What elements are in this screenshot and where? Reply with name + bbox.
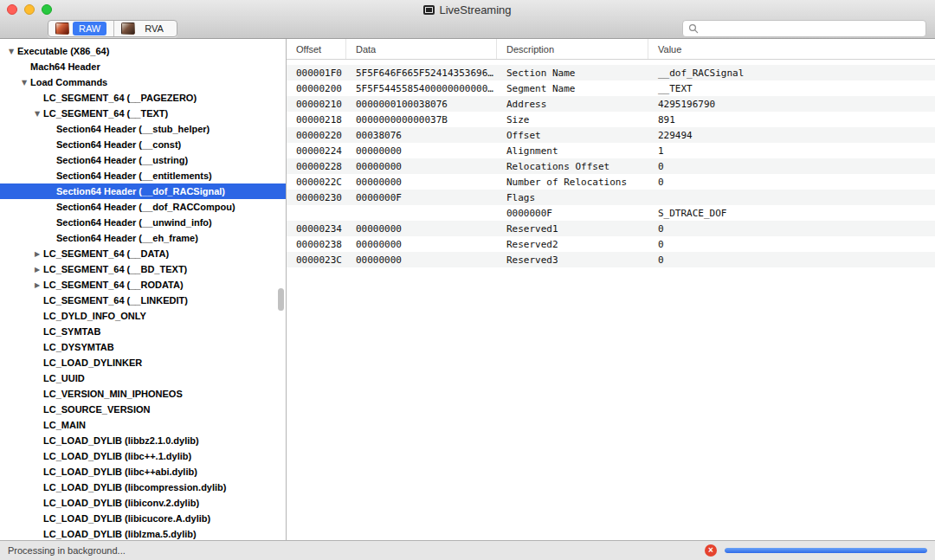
sidebar-item-label: LC_DYSYMTAB xyxy=(43,342,114,352)
search-input[interactable] xyxy=(702,23,920,34)
disclosure-collapsed-icon[interactable]: ▶ xyxy=(31,266,43,274)
progress-fill xyxy=(725,548,927,553)
table-row[interactable]: 0000022800000000Relocations Offset0 xyxy=(287,158,935,174)
sidebar-item[interactable]: LC_DYLD_INFO_ONLY xyxy=(0,308,286,324)
sidebar-item-label: Section64 Header (__const) xyxy=(56,139,181,150)
table-row[interactable]: 0000022000038076Offset229494 xyxy=(287,127,935,143)
cell-description: Section Name xyxy=(497,68,648,79)
cell-data: 000000000000037B xyxy=(346,114,497,126)
cell-value: 1 xyxy=(648,145,935,157)
sidebar-item[interactable]: ▶LC_SEGMENT_64 (__DATA) xyxy=(0,246,286,261)
table-row[interactable]: 000001F05F5F646F665F52414353696…Section … xyxy=(287,65,935,80)
segment-rva[interactable]: RVA xyxy=(113,21,177,36)
sidebar-item[interactable]: Section64 Header (__ustring) xyxy=(0,152,286,168)
sidebar-item[interactable]: Section64 Header (__eh_frame) xyxy=(0,230,286,246)
table-row[interactable]: 00000218000000000000037BSize891 xyxy=(287,112,935,127)
sidebar-item[interactable]: Section64 Header (__entitlements) xyxy=(0,168,286,183)
table-row[interactable]: 000002005F5F5445585400000000000…Segment … xyxy=(287,80,935,96)
sidebar-item[interactable]: Mach64 Header xyxy=(0,59,286,74)
sidebar-item[interactable]: LC_DYSYMTAB xyxy=(0,339,286,355)
cell-data: 00000000 xyxy=(346,161,497,172)
window-title: LiveStreaming xyxy=(439,3,511,16)
cell-offset: 00000234 xyxy=(287,223,346,235)
sidebar-item[interactable]: LC_LOAD_DYLIB (libbz2.1.0.dylib) xyxy=(0,433,286,448)
table-row[interactable]: 0000023C00000000Reserved30 xyxy=(287,252,935,267)
table-body: 000001F05F5F646F665F52414353696…Section … xyxy=(287,60,935,540)
sidebar-item[interactable]: LC_LOAD_DYLIB (libc++abi.dylib) xyxy=(0,464,286,480)
sidebar-scrollbar[interactable] xyxy=(278,288,284,311)
sidebar-item[interactable]: LC_LOAD_DYLIB (libicucore.A.dylib) xyxy=(0,511,286,526)
column-header-description[interactable]: Description xyxy=(497,39,648,59)
sidebar-item[interactable]: LC_SEGMENT_64 (__PAGEZERO) xyxy=(0,90,286,106)
sidebar-item[interactable]: LC_LOAD_DYLIB (liblzma.5.dylib) xyxy=(0,526,286,540)
sidebar-item[interactable]: ▼Executable (X86_64) xyxy=(0,43,286,59)
disclosure-collapsed-icon[interactable]: ▶ xyxy=(31,250,43,258)
cell-offset: 00000224 xyxy=(287,145,346,157)
segment-raw[interactable]: RAW xyxy=(48,21,113,36)
cell-description: Address xyxy=(497,99,648,110)
minimize-button[interactable] xyxy=(24,4,35,15)
sidebar-item[interactable]: LC_VERSION_MIN_IPHONEOS xyxy=(0,386,286,402)
sidebar-item-label: LC_SEGMENT_64 (__LINKEDIT) xyxy=(43,295,188,306)
cell-offset: 00000230 xyxy=(287,192,346,203)
sidebar-item[interactable]: ▶LC_SEGMENT_64 (__RODATA) xyxy=(0,277,286,293)
search-field[interactable] xyxy=(682,20,926,37)
table-row[interactable]: 0000023800000000Reserved20 xyxy=(287,236,935,252)
cell-description: Relocations Offset xyxy=(497,161,648,172)
sidebar-item[interactable]: ▼Load Commands xyxy=(0,74,286,90)
cell-offset: 00000228 xyxy=(287,161,346,172)
column-header-offset[interactable]: Offset xyxy=(287,39,346,59)
sidebar-item[interactable]: Section64 Header (__stub_helper) xyxy=(0,121,286,137)
sidebar-item[interactable]: LC_LOAD_DYLIB (libcompression.dylib) xyxy=(0,480,286,495)
table-row[interactable]: 0000022400000000Alignment1 xyxy=(287,143,935,158)
cell-data: 00000000 xyxy=(346,254,497,266)
search-icon xyxy=(688,23,699,34)
sidebar-item[interactable]: LC_LOAD_DYLIB (libiconv.2.dylib) xyxy=(0,495,286,511)
sidebar-item[interactable]: Section64 Header (__dof_RACSignal) xyxy=(0,183,286,199)
sidebar-item[interactable]: LC_MAIN xyxy=(0,417,286,433)
segment-raw-label: RAW xyxy=(73,22,106,35)
sidebar-item-label: Section64 Header (__ustring) xyxy=(56,155,188,165)
sidebar-item[interactable]: ▶LC_SEGMENT_64 (__BD_TEXT) xyxy=(0,261,286,277)
stop-icon[interactable]: × xyxy=(705,544,717,557)
cell-description: Segment Name xyxy=(497,83,648,94)
sidebar-item[interactable]: LC_SEGMENT_64 (__LINKEDIT) xyxy=(0,293,286,308)
cell-value: 0 xyxy=(648,254,935,266)
table-row[interactable]: 000002300000000FFlags xyxy=(287,190,935,205)
raw-thumbnail-icon xyxy=(55,23,69,35)
traffic-lights xyxy=(7,4,52,15)
sidebar-item[interactable]: LC_LOAD_DYLINKER xyxy=(0,355,286,370)
sidebar-item-label: Load Commands xyxy=(30,77,107,87)
sidebar-item[interactable]: LC_SOURCE_VERSION xyxy=(0,402,286,417)
sidebar-item[interactable]: ▼LC_SEGMENT_64 (__TEXT) xyxy=(0,106,286,121)
zoom-button[interactable] xyxy=(42,4,52,15)
cell-offset: 00000238 xyxy=(287,239,346,250)
disclosure-expanded-icon[interactable]: ▼ xyxy=(5,48,17,55)
table-row[interactable]: 0000022C00000000Number of Relocations0 xyxy=(287,174,935,190)
table-row[interactable]: 000002100000000100038076Address429519679… xyxy=(287,96,935,112)
column-header-data[interactable]: Data xyxy=(346,39,497,59)
sidebar-item[interactable]: LC_LOAD_DYLIB (libc++.1.dylib) xyxy=(0,448,286,464)
status-text: Processing in background... xyxy=(8,545,126,556)
sidebar-item[interactable]: LC_SYMTAB xyxy=(0,324,286,339)
table-row[interactable]: 0000023400000000Reserved10 xyxy=(287,221,935,236)
rva-thumbnail-icon xyxy=(121,23,135,35)
main-area: ▼Executable (X86_64)Mach64 Header▼Load C… xyxy=(0,39,935,540)
toolbar: RAW RVA xyxy=(0,19,935,38)
sidebar-item[interactable]: Section64 Header (__unwind_info) xyxy=(0,215,286,230)
sidebar-item-label: LC_MAIN xyxy=(43,420,86,430)
table-row[interactable]: 0000000FS_DTRACE_DOF xyxy=(287,205,935,221)
window-header: LiveStreaming RAW RVA xyxy=(0,0,935,39)
disclosure-expanded-icon[interactable]: ▼ xyxy=(18,79,30,87)
disclosure-collapsed-icon[interactable]: ▶ xyxy=(31,281,43,289)
cell-value: 229494 xyxy=(648,130,935,141)
sidebar-item[interactable]: Section64 Header (__const) xyxy=(0,137,286,152)
close-button[interactable] xyxy=(7,4,17,15)
column-header-value[interactable]: Value xyxy=(648,39,935,59)
sidebar-item[interactable]: LC_UUID xyxy=(0,370,286,386)
disclosure-expanded-icon[interactable]: ▼ xyxy=(31,110,43,118)
sidebar-item[interactable]: Section64 Header (__dof_RACCompou) xyxy=(0,199,286,215)
detail-pane: OffsetDataDescriptionValue 000001F05F5F6… xyxy=(287,39,935,540)
cell-description: Number of Relocations xyxy=(497,177,648,188)
cell-value: 0 xyxy=(648,177,935,188)
